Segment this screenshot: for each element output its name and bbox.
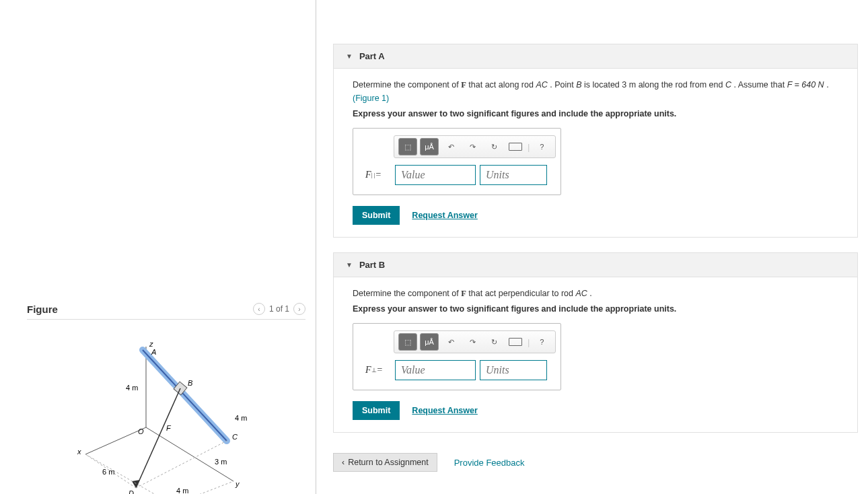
part-b-body: Determine the component of F that act pe… (334, 277, 857, 432)
qa-text7: . (826, 80, 828, 90)
figure-link[interactable]: (Figure 1) (353, 94, 389, 103)
caret-down-icon: ▼ (346, 52, 353, 60)
label-B: B (188, 379, 192, 387)
part-a-toolbar: ⬚ μÅ ↶ ↷ ↻ | ? (394, 135, 556, 158)
qb-F-symbol: F (461, 289, 466, 298)
svg-marker-7 (132, 480, 140, 488)
figure-pane: Figure ‹ 1 of 1 › z (0, 0, 316, 494)
part-a-header[interactable]: ▼ Part A (334, 44, 857, 69)
part-b-title: Part B (359, 260, 385, 270)
part-a-title: Part A (359, 51, 385, 61)
part-b-toolbar: ⬚ μÅ ↶ ↷ ↻ | ? (394, 330, 556, 353)
part-b-var-label: F⊥ = (365, 360, 391, 380)
svg-line-11 (136, 441, 227, 488)
chevron-left-icon: ‹ (342, 458, 345, 467)
templates-button[interactable]: ⬚ (398, 333, 417, 351)
svg-line-0 (85, 427, 146, 454)
caret-down-icon: ▼ (346, 261, 353, 269)
label-z: z (149, 340, 153, 348)
dim-3m: 3 m (215, 458, 227, 466)
qa-Fval: F = 640 N (787, 80, 824, 90)
dim-6m: 6 m (102, 468, 114, 476)
qa-rod: AC (536, 80, 547, 90)
part-b-value-input[interactable] (395, 360, 476, 380)
var-F: F (365, 365, 371, 376)
dim-4m-vert: 4 m (126, 384, 138, 392)
part-b-units-input[interactable] (480, 360, 547, 380)
part-a-var-label: F| | = (365, 165, 391, 185)
help-button[interactable]: ? (532, 138, 551, 155)
dim-4m-right: 4 m (235, 414, 247, 422)
figure-svg: z A B C D O F x y 4 m 4 m 4 m 6 m 3 m (65, 333, 267, 494)
label-D: D (129, 489, 134, 494)
return-to-assignment-button[interactable]: ‹ Return to Assignment (333, 453, 437, 472)
label-A: A (151, 348, 156, 356)
undo-button[interactable]: ↶ (441, 138, 460, 155)
part-a-value-input[interactable] (395, 165, 476, 185)
figure-nav-text: 1 of 1 (269, 304, 289, 314)
part-a-request-answer-link[interactable]: Request Answer (412, 211, 477, 220)
return-label: Return to Assignment (348, 458, 429, 467)
part-a-question: Determine the component of F that act al… (353, 78, 838, 105)
svg-line-6 (136, 388, 180, 488)
help-button[interactable]: ? (532, 333, 551, 351)
units-mu-button[interactable]: μÅ (420, 138, 439, 155)
reset-button[interactable]: ↻ (484, 138, 503, 155)
var-sub-perp: ⊥ (371, 367, 377, 374)
redo-button[interactable]: ↷ (463, 138, 482, 155)
part-b-header[interactable]: ▼ Part B (334, 253, 857, 277)
question-pane: ▼ Part A Determine the component of F th… (316, 0, 868, 494)
qa-text2: that act along rod (468, 80, 536, 90)
part-b-answer-box: ⬚ μÅ ↶ ↷ ↻ | ? F⊥ = (353, 323, 561, 390)
qa-F-symbol: F (461, 80, 466, 90)
var-F: F (365, 170, 371, 180)
bottom-row: ‹ Return to Assignment Provide Feedback (333, 453, 858, 472)
part-a-instruction: Express your answer to two significant f… (353, 109, 838, 118)
keyboard-icon[interactable] (506, 138, 525, 155)
figure-title: Figure (27, 304, 58, 315)
part-a-answer-box: ⬚ μÅ ↶ ↷ ↻ | ? F| | = (353, 128, 561, 195)
qa-text4: is located 3 (584, 80, 629, 90)
undo-button[interactable]: ↶ (441, 333, 460, 351)
label-x: x (77, 448, 81, 456)
svg-line-8 (85, 454, 173, 494)
units-mu-button[interactable]: μÅ (420, 333, 439, 351)
dim-4m-bottom: 4 m (176, 487, 188, 494)
part-b-question: Determine the component of F that act pe… (353, 287, 838, 300)
qa-pointB: B (576, 80, 581, 90)
part-b-block: ▼ Part B Determine the component of F th… (333, 252, 858, 433)
qa-text6: . Assume that (733, 80, 787, 90)
part-b-instruction: Express your answer to two significant f… (353, 304, 838, 314)
qb-text3: . (589, 289, 591, 298)
part-a-block: ▼ Part A Determine the component of F th… (333, 44, 858, 238)
part-a-input-row: F| | = (365, 165, 548, 185)
part-a-units-input[interactable] (480, 165, 547, 185)
part-b-request-answer-link[interactable]: Request Answer (412, 406, 477, 415)
label-F: F (166, 424, 172, 432)
keyboard-icon[interactable] (506, 333, 525, 351)
templates-button[interactable]: ⬚ (398, 138, 417, 155)
provide-feedback-link[interactable]: Provide Feedback (454, 458, 525, 468)
var-equals: = (375, 170, 381, 180)
part-a-body: Determine the component of F that act al… (334, 69, 857, 237)
redo-button[interactable]: ↷ (463, 333, 482, 351)
figure-prev-button[interactable]: ‹ (253, 303, 265, 315)
part-b-submit-button[interactable]: Submit (353, 401, 400, 420)
qa-text1: Determine the component of (353, 80, 461, 90)
reset-button[interactable]: ↻ (484, 333, 503, 351)
qb-text2: that act perpendicular to rod (468, 289, 575, 298)
figure-header: Figure ‹ 1 of 1 › (27, 303, 305, 320)
label-O: O (138, 427, 144, 435)
toolbar-divider: | (528, 142, 530, 152)
part-a-submit-row: Submit Request Answer (353, 206, 838, 225)
qa-text5: along the rod from end (639, 80, 725, 90)
figure-next-button[interactable]: › (293, 303, 305, 315)
qa-unit-m: m (629, 80, 636, 90)
figure-diagram: z A B C D O F x y 4 m 4 m 4 m 6 m 3 m (27, 320, 305, 494)
label-C: C (232, 433, 238, 441)
var-equals: = (377, 365, 383, 376)
qb-rod: AC (575, 289, 587, 298)
toolbar-divider: | (528, 337, 530, 347)
qa-pointC: C (725, 80, 731, 90)
part-a-submit-button[interactable]: Submit (353, 206, 400, 225)
